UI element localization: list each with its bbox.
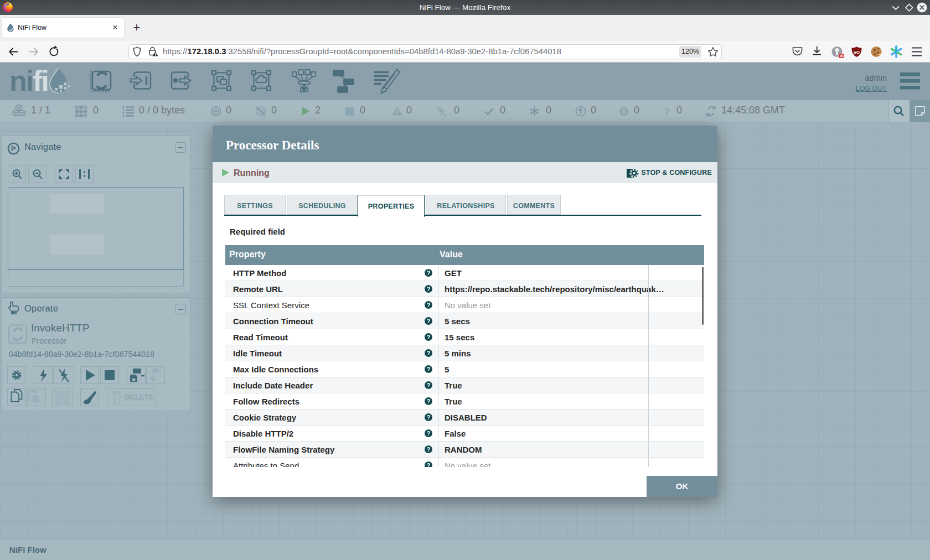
svg-text:?: ? [664,106,670,117]
svg-text:uO: uO [854,50,860,55]
